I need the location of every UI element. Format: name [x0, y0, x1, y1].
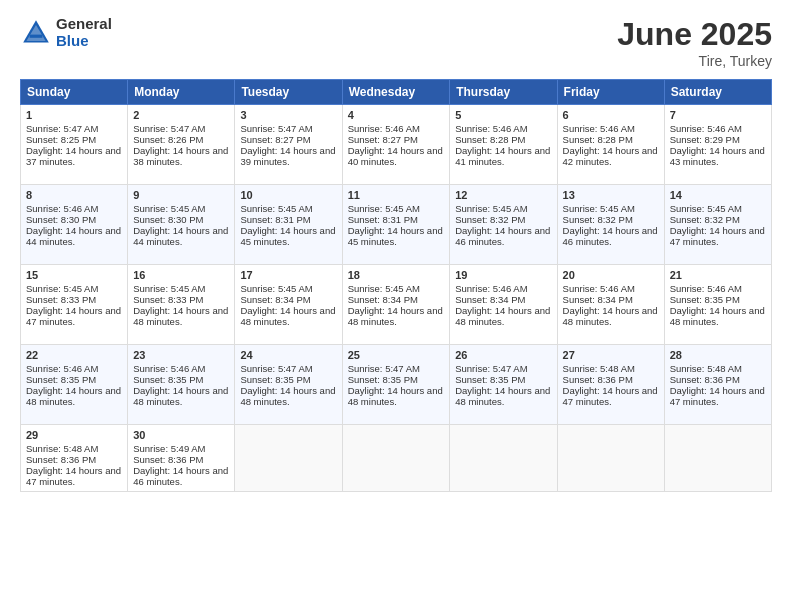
calendar-header-row: Sunday Monday Tuesday Wednesday Thursday…: [21, 80, 772, 105]
table-row: 8Sunrise: 5:46 AMSunset: 8:30 PMDaylight…: [21, 185, 128, 265]
table-row: 7Sunrise: 5:46 AMSunset: 8:29 PMDaylight…: [664, 105, 771, 185]
table-row: 15Sunrise: 5:45 AMSunset: 8:33 PMDayligh…: [21, 265, 128, 345]
col-saturday: Saturday: [664, 80, 771, 105]
table-row: 24Sunrise: 5:47 AMSunset: 8:35 PMDayligh…: [235, 345, 342, 425]
logo-blue-text: Blue: [56, 33, 112, 50]
logo: General Blue: [20, 16, 112, 49]
title-location: Tire, Turkey: [617, 53, 772, 69]
table-row: 13Sunrise: 5:45 AMSunset: 8:32 PMDayligh…: [557, 185, 664, 265]
table-row: 14Sunrise: 5:45 AMSunset: 8:32 PMDayligh…: [664, 185, 771, 265]
table-row: 18Sunrise: 5:45 AMSunset: 8:34 PMDayligh…: [342, 265, 450, 345]
col-monday: Monday: [128, 80, 235, 105]
table-row: 10Sunrise: 5:45 AMSunset: 8:31 PMDayligh…: [235, 185, 342, 265]
calendar-table: Sunday Monday Tuesday Wednesday Thursday…: [20, 79, 772, 492]
table-row: [450, 425, 557, 492]
table-row: 4Sunrise: 5:46 AMSunset: 8:27 PMDaylight…: [342, 105, 450, 185]
col-tuesday: Tuesday: [235, 80, 342, 105]
table-row: 30Sunrise: 5:49 AMSunset: 8:36 PMDayligh…: [128, 425, 235, 492]
col-wednesday: Wednesday: [342, 80, 450, 105]
col-thursday: Thursday: [450, 80, 557, 105]
svg-rect-2: [30, 34, 43, 37]
logo-text: General Blue: [56, 16, 112, 49]
table-row: 29Sunrise: 5:48 AMSunset: 8:36 PMDayligh…: [21, 425, 128, 492]
table-row: [664, 425, 771, 492]
title-month: June 2025: [617, 16, 772, 53]
title-block: June 2025 Tire, Turkey: [617, 16, 772, 69]
table-row: 17Sunrise: 5:45 AMSunset: 8:34 PMDayligh…: [235, 265, 342, 345]
table-row: 27Sunrise: 5:48 AMSunset: 8:36 PMDayligh…: [557, 345, 664, 425]
table-row: 19Sunrise: 5:46 AMSunset: 8:34 PMDayligh…: [450, 265, 557, 345]
logo-general-text: General: [56, 16, 112, 33]
table-row: 22Sunrise: 5:46 AMSunset: 8:35 PMDayligh…: [21, 345, 128, 425]
table-row: 16Sunrise: 5:45 AMSunset: 8:33 PMDayligh…: [128, 265, 235, 345]
table-row: 21Sunrise: 5:46 AMSunset: 8:35 PMDayligh…: [664, 265, 771, 345]
table-row: 6Sunrise: 5:46 AMSunset: 8:28 PMDaylight…: [557, 105, 664, 185]
table-row: 2Sunrise: 5:47 AMSunset: 8:26 PMDaylight…: [128, 105, 235, 185]
table-row: 25Sunrise: 5:47 AMSunset: 8:35 PMDayligh…: [342, 345, 450, 425]
table-row: 5Sunrise: 5:46 AMSunset: 8:28 PMDaylight…: [450, 105, 557, 185]
logo-icon: [20, 17, 52, 49]
table-row: 20Sunrise: 5:46 AMSunset: 8:34 PMDayligh…: [557, 265, 664, 345]
col-friday: Friday: [557, 80, 664, 105]
col-sunday: Sunday: [21, 80, 128, 105]
table-row: 28Sunrise: 5:48 AMSunset: 8:36 PMDayligh…: [664, 345, 771, 425]
table-row: 11Sunrise: 5:45 AMSunset: 8:31 PMDayligh…: [342, 185, 450, 265]
table-row: [235, 425, 342, 492]
table-row: [342, 425, 450, 492]
table-row: [557, 425, 664, 492]
table-row: 9Sunrise: 5:45 AMSunset: 8:30 PMDaylight…: [128, 185, 235, 265]
table-row: 26Sunrise: 5:47 AMSunset: 8:35 PMDayligh…: [450, 345, 557, 425]
table-row: 1Sunrise: 5:47 AMSunset: 8:25 PMDaylight…: [21, 105, 128, 185]
table-row: 12Sunrise: 5:45 AMSunset: 8:32 PMDayligh…: [450, 185, 557, 265]
table-row: 3Sunrise: 5:47 AMSunset: 8:27 PMDaylight…: [235, 105, 342, 185]
table-row: 23Sunrise: 5:46 AMSunset: 8:35 PMDayligh…: [128, 345, 235, 425]
page: General Blue June 2025 Tire, Turkey Sund…: [0, 0, 792, 612]
header: General Blue June 2025 Tire, Turkey: [20, 16, 772, 69]
